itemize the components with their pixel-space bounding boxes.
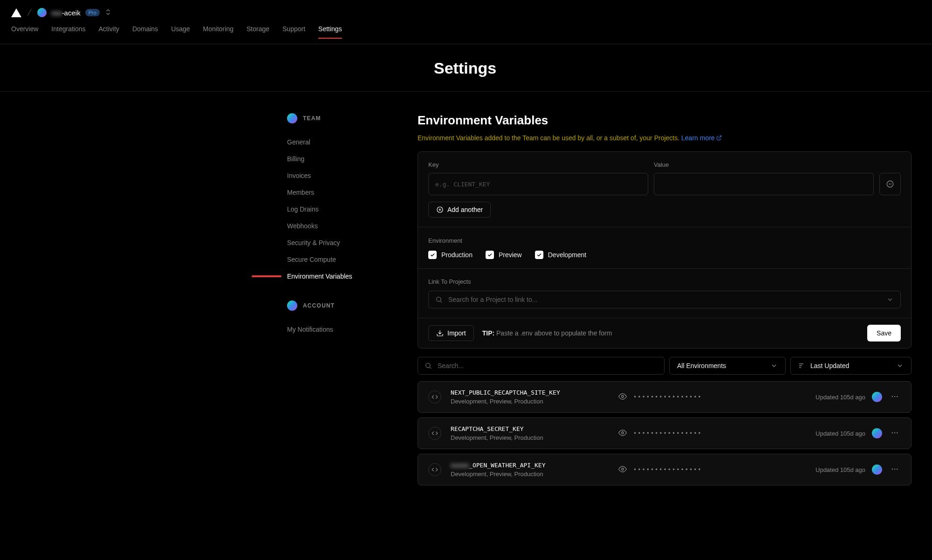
reveal-value-button[interactable]	[618, 429, 627, 438]
sidebar-item-my-notifications[interactable]: My Notifications	[287, 321, 390, 338]
nav-settings[interactable]: Settings	[318, 25, 342, 38]
vercel-logo-icon[interactable]	[11, 8, 21, 17]
search-icon	[435, 296, 443, 303]
key-input[interactable]	[428, 173, 648, 195]
team-avatar-icon	[287, 113, 297, 123]
code-icon	[428, 463, 441, 476]
plan-badge: Pro	[85, 9, 100, 16]
remove-row-button[interactable]	[879, 173, 901, 195]
subtext-text: Environment Variables added to the Team …	[418, 134, 679, 142]
env-var-row[interactable]: RECAPTCHA_SECRET_KEY Development, Previe…	[418, 417, 911, 449]
switcher-updown-icon[interactable]	[104, 8, 112, 17]
learn-more-link[interactable]: Learn more	[681, 134, 722, 142]
env-var-environments: Development, Preview, Production	[451, 398, 609, 405]
env-var-updated: Updated 105d ago	[816, 394, 865, 401]
svg-point-10	[894, 432, 895, 433]
page-title: Settings	[434, 59, 785, 77]
nav-domains[interactable]: Domains	[132, 25, 158, 38]
svg-point-14	[894, 468, 895, 469]
sidebar-item-members[interactable]: Members	[287, 184, 390, 201]
import-label: Import	[447, 329, 466, 337]
value-input[interactable]	[654, 173, 874, 195]
page-title-row: Settings	[0, 44, 932, 92]
env-var-masked-value: ••••••••••••••••	[633, 394, 702, 400]
sidebar-section-team-label: TEAM	[303, 115, 321, 122]
section-heading: Environment Variables	[418, 113, 911, 128]
svg-point-11	[897, 432, 898, 433]
chevron-down-icon	[896, 362, 904, 369]
env-var-row[interactable]: xxxxx_OPEN_WEATHER_API_KEY Development, …	[418, 454, 911, 485]
key-label: Key	[428, 161, 648, 168]
env-var-key: RECAPTCHA_SECRET_KEY	[451, 425, 609, 432]
nav-support[interactable]: Support	[282, 25, 305, 38]
nav-monitoring[interactable]: Monitoring	[203, 25, 233, 38]
env-form-card: Key Value Add another E	[418, 151, 911, 348]
row-menu-button[interactable]	[889, 390, 901, 404]
checkbox-checked-icon	[428, 251, 437, 259]
row-menu-button[interactable]	[889, 427, 901, 440]
env-checkbox-development[interactable]: Development	[535, 251, 587, 259]
plus-circle-icon	[436, 206, 444, 213]
checkbox-checked-icon	[486, 251, 494, 259]
environment-filter-dropdown[interactable]: All Environments	[669, 357, 786, 375]
env-checkbox-production[interactable]: Production	[428, 251, 473, 259]
import-button[interactable]: Import	[428, 325, 474, 341]
sort-label: Last Updated	[810, 362, 849, 369]
svg-point-7	[897, 396, 898, 396]
add-another-button[interactable]: Add another	[428, 202, 491, 218]
variables-search-input[interactable]	[438, 362, 658, 369]
sort-icon	[798, 362, 806, 369]
svg-point-8	[622, 431, 624, 434]
link-projects-label: Link To Projects	[428, 278, 901, 285]
save-button[interactable]: Save	[867, 325, 901, 341]
sidebar-item-webhooks[interactable]: Webhooks	[287, 218, 390, 234]
env-var-key: xxxxx_OPEN_WEATHER_API_KEY	[451, 462, 609, 469]
checkbox-checked-icon	[535, 251, 543, 259]
reveal-value-button[interactable]	[618, 392, 627, 402]
sidebar-item-general[interactable]: General	[287, 134, 390, 150]
external-link-icon	[716, 135, 722, 142]
sidebar-item-billing[interactable]: Billing	[287, 150, 390, 167]
sidebar-section-account: ACCOUNT	[287, 300, 390, 311]
env-checkbox-preview[interactable]: Preview	[486, 251, 522, 259]
svg-point-15	[897, 468, 898, 469]
row-menu-button[interactable]	[889, 463, 901, 477]
env-var-environments: Development, Preview, Production	[451, 434, 609, 441]
team-switcher[interactable]: xxx-aceik Pro	[37, 8, 112, 17]
svg-point-6	[894, 396, 895, 396]
svg-point-2	[437, 297, 441, 301]
reveal-value-button[interactable]	[618, 465, 627, 475]
sidebar-item-log-drains[interactable]: Log Drains	[287, 201, 390, 218]
account-avatar-icon	[287, 300, 297, 311]
section-subtext: Environment Variables added to the Team …	[418, 134, 911, 142]
nav-usage[interactable]: Usage	[171, 25, 190, 38]
sidebar-item-secure-compute[interactable]: Secure Compute	[287, 251, 390, 268]
author-avatar-icon	[872, 464, 882, 475]
link-projects-input[interactable]	[448, 296, 881, 303]
env-var-key: NEXT_PUBLIC_RECAPTCHA_SITE_KEY	[451, 389, 609, 396]
download-icon	[436, 329, 444, 337]
sidebar-item-security-privacy[interactable]: Security & Privacy	[287, 234, 390, 251]
nav-integrations[interactable]: Integrations	[51, 25, 85, 38]
variables-search[interactable]	[418, 357, 665, 375]
nav-storage[interactable]: Storage	[247, 25, 269, 38]
svg-point-3	[426, 363, 430, 368]
link-projects-search[interactable]	[428, 291, 901, 308]
env-var-updated: Updated 105d ago	[816, 466, 865, 473]
sidebar-section-account-label: ACCOUNT	[303, 302, 335, 309]
filter-row: All Environments Last Updated	[418, 357, 911, 375]
minus-circle-icon	[886, 180, 894, 188]
env-var-updated: Updated 105d ago	[816, 430, 865, 437]
sidebar-item-invoices[interactable]: Invoices	[287, 167, 390, 184]
team-name: xxx-aceik	[51, 9, 81, 17]
settings-sidebar: TEAM General Billing Invoices Members Lo…	[287, 113, 390, 490]
nav-activity[interactable]: Activity	[99, 25, 119, 38]
nav-overview[interactable]: Overview	[11, 25, 38, 38]
search-icon	[425, 362, 432, 369]
sort-dropdown[interactable]: Last Updated	[790, 357, 911, 375]
sidebar-item-environment-variables[interactable]: Environment Variables	[287, 268, 390, 285]
env-var-row[interactable]: NEXT_PUBLIC_RECAPTCHA_SITE_KEY Developme…	[418, 381, 911, 413]
env-var-environments: Development, Preview, Production	[451, 471, 609, 478]
top-navigation: Overview Integrations Activity Domains U…	[0, 25, 932, 44]
chevron-down-icon	[886, 296, 894, 303]
